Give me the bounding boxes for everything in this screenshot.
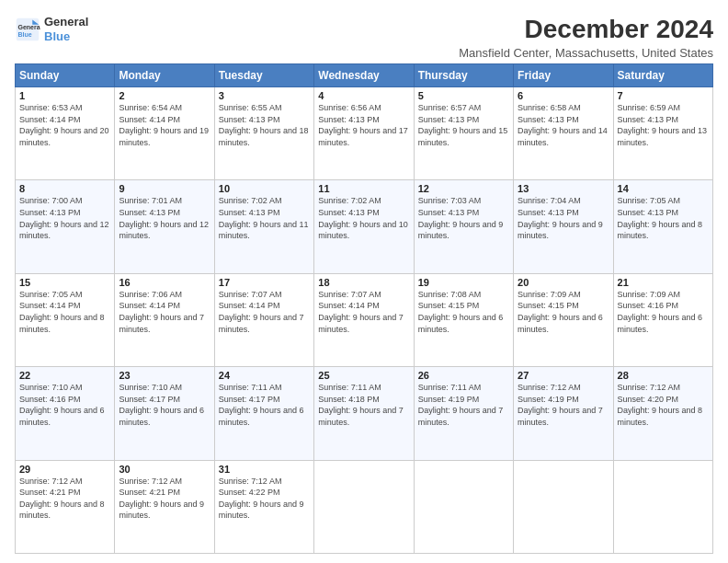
logo: General Blue General Blue <box>15 15 88 43</box>
calendar-cell: 29Sunrise: 7:12 AMSunset: 4:21 PMDayligh… <box>16 460 115 553</box>
day-number: 27 <box>518 370 609 381</box>
calendar-header-row: SundayMondayTuesdayWednesdayThursdayFrid… <box>16 64 713 87</box>
day-number: 22 <box>19 370 110 381</box>
day-info: Sunrise: 7:09 AMSunset: 4:15 PMDaylight:… <box>518 289 609 335</box>
calendar-cell: 20Sunrise: 7:09 AMSunset: 4:15 PMDayligh… <box>514 273 613 366</box>
day-number: 17 <box>219 277 310 288</box>
calendar-cell <box>613 460 712 553</box>
day-info: Sunrise: 7:12 AMSunset: 4:19 PMDaylight:… <box>518 382 609 428</box>
day-number: 14 <box>618 183 709 194</box>
day-info: Sunrise: 6:54 AMSunset: 4:14 PMDaylight:… <box>119 102 210 148</box>
calendar-row: 1Sunrise: 6:53 AMSunset: 4:14 PMDaylight… <box>16 87 713 180</box>
calendar-cell: 30Sunrise: 7:12 AMSunset: 4:21 PMDayligh… <box>115 460 214 553</box>
day-number: 26 <box>418 370 509 381</box>
day-info: Sunrise: 6:53 AMSunset: 4:14 PMDaylight:… <box>19 102 110 148</box>
weekday-header: Wednesday <box>314 64 414 87</box>
calendar-row: 22Sunrise: 7:10 AMSunset: 4:16 PMDayligh… <box>16 367 713 460</box>
day-number: 24 <box>219 370 310 381</box>
day-number: 7 <box>618 90 709 101</box>
day-info: Sunrise: 7:12 AMSunset: 4:20 PMDaylight:… <box>618 382 709 428</box>
calendar-row: 29Sunrise: 7:12 AMSunset: 4:21 PMDayligh… <box>16 460 713 553</box>
day-number: 13 <box>518 183 609 194</box>
day-number: 23 <box>119 370 210 381</box>
day-info: Sunrise: 7:07 AMSunset: 4:14 PMDaylight:… <box>318 289 409 335</box>
day-number: 25 <box>318 370 409 381</box>
day-number: 28 <box>618 370 709 381</box>
day-info: Sunrise: 7:10 AMSunset: 4:16 PMDaylight:… <box>19 382 110 428</box>
calendar-cell: 21Sunrise: 7:09 AMSunset: 4:16 PMDayligh… <box>613 273 712 366</box>
day-number: 29 <box>19 464 110 475</box>
calendar-cell: 16Sunrise: 7:06 AMSunset: 4:14 PMDayligh… <box>115 273 214 366</box>
title-block: December 2024 Mansfield Center, Massachu… <box>459 15 713 60</box>
day-number: 5 <box>418 90 509 101</box>
day-info: Sunrise: 7:01 AMSunset: 4:13 PMDaylight:… <box>119 195 210 241</box>
weekday-header: Friday <box>514 64 613 87</box>
day-info: Sunrise: 7:11 AMSunset: 4:17 PMDaylight:… <box>219 382 310 428</box>
calendar-cell: 15Sunrise: 7:05 AMSunset: 4:14 PMDayligh… <box>16 273 115 366</box>
page: General Blue General Blue December 2024 … <box>0 0 728 563</box>
day-info: Sunrise: 7:00 AMSunset: 4:13 PMDaylight:… <box>19 195 110 241</box>
day-info: Sunrise: 6:55 AMSunset: 4:13 PMDaylight:… <box>219 102 310 148</box>
day-info: Sunrise: 6:56 AMSunset: 4:13 PMDaylight:… <box>318 102 409 148</box>
day-info: Sunrise: 7:11 AMSunset: 4:18 PMDaylight:… <box>318 382 409 428</box>
day-info: Sunrise: 6:59 AMSunset: 4:13 PMDaylight:… <box>618 102 709 148</box>
calendar-cell: 11Sunrise: 7:02 AMSunset: 4:13 PMDayligh… <box>314 180 414 273</box>
calendar-cell: 2Sunrise: 6:54 AMSunset: 4:14 PMDaylight… <box>115 87 214 180</box>
weekday-header: Sunday <box>16 64 115 87</box>
day-number: 31 <box>219 464 310 475</box>
day-info: Sunrise: 7:12 AMSunset: 4:22 PMDaylight:… <box>219 476 310 522</box>
day-number: 6 <box>518 90 609 101</box>
day-number: 10 <box>219 183 310 194</box>
weekday-header: Saturday <box>613 64 712 87</box>
day-info: Sunrise: 7:11 AMSunset: 4:19 PMDaylight:… <box>418 382 509 428</box>
calendar-cell <box>414 460 513 553</box>
calendar-table: SundayMondayTuesdayWednesdayThursdayFrid… <box>15 63 713 554</box>
calendar-cell: 14Sunrise: 7:05 AMSunset: 4:13 PMDayligh… <box>613 180 712 273</box>
day-info: Sunrise: 7:05 AMSunset: 4:14 PMDaylight:… <box>19 289 110 335</box>
day-info: Sunrise: 7:03 AMSunset: 4:13 PMDaylight:… <box>418 195 509 241</box>
day-info: Sunrise: 7:08 AMSunset: 4:15 PMDaylight:… <box>418 289 509 335</box>
day-number: 20 <box>518 277 609 288</box>
day-number: 3 <box>219 90 310 101</box>
logo-icon: General Blue <box>15 17 40 42</box>
calendar-cell: 12Sunrise: 7:03 AMSunset: 4:13 PMDayligh… <box>414 180 513 273</box>
weekday-header: Thursday <box>414 64 513 87</box>
calendar-cell: 4Sunrise: 6:56 AMSunset: 4:13 PMDaylight… <box>314 87 414 180</box>
day-info: Sunrise: 7:07 AMSunset: 4:14 PMDaylight:… <box>219 289 310 335</box>
day-info: Sunrise: 7:05 AMSunset: 4:13 PMDaylight:… <box>618 195 709 241</box>
calendar-cell <box>314 460 414 553</box>
calendar-cell: 18Sunrise: 7:07 AMSunset: 4:14 PMDayligh… <box>314 273 414 366</box>
day-number: 1 <box>19 90 110 101</box>
calendar-cell: 28Sunrise: 7:12 AMSunset: 4:20 PMDayligh… <box>613 367 712 460</box>
calendar-cell: 3Sunrise: 6:55 AMSunset: 4:13 PMDaylight… <box>214 87 313 180</box>
calendar-cell: 19Sunrise: 7:08 AMSunset: 4:15 PMDayligh… <box>414 273 513 366</box>
calendar-cell: 1Sunrise: 6:53 AMSunset: 4:14 PMDaylight… <box>16 87 115 180</box>
calendar-cell: 10Sunrise: 7:02 AMSunset: 4:13 PMDayligh… <box>214 180 313 273</box>
day-number: 19 <box>418 277 509 288</box>
calendar-cell: 7Sunrise: 6:59 AMSunset: 4:13 PMDaylight… <box>613 87 712 180</box>
calendar-cell: 9Sunrise: 7:01 AMSunset: 4:13 PMDaylight… <box>115 180 214 273</box>
calendar-row: 15Sunrise: 7:05 AMSunset: 4:14 PMDayligh… <box>16 273 713 366</box>
calendar-row: 8Sunrise: 7:00 AMSunset: 4:13 PMDaylight… <box>16 180 713 273</box>
day-info: Sunrise: 6:58 AMSunset: 4:13 PMDaylight:… <box>518 102 609 148</box>
day-number: 15 <box>19 277 110 288</box>
calendar-cell: 13Sunrise: 7:04 AMSunset: 4:13 PMDayligh… <box>514 180 613 273</box>
calendar-cell: 22Sunrise: 7:10 AMSunset: 4:16 PMDayligh… <box>16 367 115 460</box>
calendar-body: 1Sunrise: 6:53 AMSunset: 4:14 PMDaylight… <box>16 87 713 554</box>
day-number: 12 <box>418 183 509 194</box>
calendar-cell: 8Sunrise: 7:00 AMSunset: 4:13 PMDaylight… <box>16 180 115 273</box>
day-info: Sunrise: 7:09 AMSunset: 4:16 PMDaylight:… <box>618 289 709 335</box>
main-title: December 2024 <box>459 15 713 44</box>
weekday-header: Monday <box>115 64 214 87</box>
day-number: 11 <box>318 183 409 194</box>
day-number: 16 <box>119 277 210 288</box>
logo-line1: General <box>44 15 88 29</box>
day-info: Sunrise: 7:02 AMSunset: 4:13 PMDaylight:… <box>219 195 310 241</box>
header: General Blue General Blue December 2024 … <box>15 15 713 60</box>
calendar-cell: 31Sunrise: 7:12 AMSunset: 4:22 PMDayligh… <box>214 460 313 553</box>
day-number: 8 <box>19 183 110 194</box>
svg-text:Blue: Blue <box>18 30 32 37</box>
day-number: 4 <box>318 90 409 101</box>
calendar-cell: 24Sunrise: 7:11 AMSunset: 4:17 PMDayligh… <box>214 367 313 460</box>
calendar-cell: 23Sunrise: 7:10 AMSunset: 4:17 PMDayligh… <box>115 367 214 460</box>
